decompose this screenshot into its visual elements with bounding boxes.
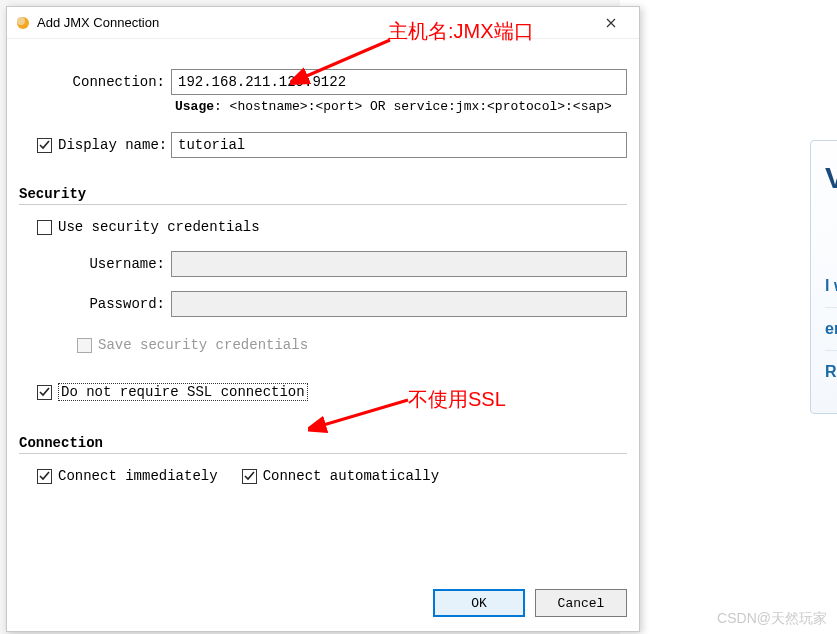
bg-title-vm: VM [825,161,837,194]
ok-button[interactable]: OK [433,589,525,617]
display-name-input[interactable] [171,132,627,158]
background-window: VM 2.1.3 l with GraalVM ence Manual Refe… [620,0,837,634]
password-label: Password: [19,296,171,312]
display-name-row: Display name: [19,132,627,158]
no-ssl-row: Do not require SSL connection [37,383,627,401]
use-credentials-row: Use security credentials [37,219,627,235]
watermark: CSDN@天然玩家 [717,610,827,628]
check-icon [39,471,50,482]
bg-link-reference[interactable]: Reference [825,351,837,393]
connection-usage: Usage: <hostname>:<port> OR service:jmx:… [175,99,627,114]
use-credentials-label: Use security credentials [58,219,260,235]
password-input [171,291,627,317]
save-credentials-row: Save security credentials [77,337,627,353]
check-icon [39,140,50,151]
background-title: VM 2.1.3 [825,161,837,195]
no-ssl-label: Do not require SSL connection [58,383,308,401]
check-icon [244,471,255,482]
connection-label: Connection: [19,74,171,90]
dialog-body: Connection: Usage: <hostname>:<port> OR … [7,39,639,579]
connection-row: Connection: [19,69,627,95]
bg-link-graalvm[interactable]: l with GraalVM [825,265,837,308]
usage-label: Usage [175,99,214,114]
cancel-button[interactable]: Cancel [535,589,627,617]
button-bar: OK Cancel [7,579,639,631]
use-credentials-checkbox[interactable] [37,220,52,235]
no-ssl-checkbox[interactable] [37,385,52,400]
dialog-title: Add JMX Connection [37,15,591,30]
connection-options-row: Connect immediately Connect automaticall… [37,468,627,484]
display-name-checkbox[interactable] [37,138,52,153]
username-row: Username: [19,251,627,277]
connect-immediately-row: Connect immediately [37,468,218,484]
bg-link-manual[interactable]: ence Manual [825,308,837,351]
password-row: Password: [19,291,627,317]
display-name-label: Display name: [58,137,167,153]
check-icon [39,387,50,398]
username-label: Username: [19,256,171,272]
close-button[interactable] [591,9,631,37]
username-input [171,251,627,277]
save-credentials-checkbox [77,338,92,353]
usage-text: : <hostname>:<port> OR service:jmx:<prot… [214,99,612,114]
connect-immediately-label: Connect immediately [58,468,218,484]
app-icon [15,15,31,31]
svg-point-1 [17,17,25,25]
connection-input[interactable] [171,69,627,95]
close-icon [606,18,616,28]
connect-automatically-row: Connect automatically [242,468,439,484]
security-heading: Security [19,186,627,205]
connect-immediately-checkbox[interactable] [37,469,52,484]
titlebar: Add JMX Connection [7,7,639,39]
connect-automatically-checkbox[interactable] [242,469,257,484]
add-jmx-connection-dialog: Add JMX Connection Connection: Usage: <h… [6,6,640,632]
background-panel: VM 2.1.3 l with GraalVM ence Manual Refe… [810,140,837,414]
connect-automatically-label: Connect automatically [263,468,439,484]
connection-heading: Connection [19,435,627,454]
save-credentials-label: Save security credentials [98,337,308,353]
